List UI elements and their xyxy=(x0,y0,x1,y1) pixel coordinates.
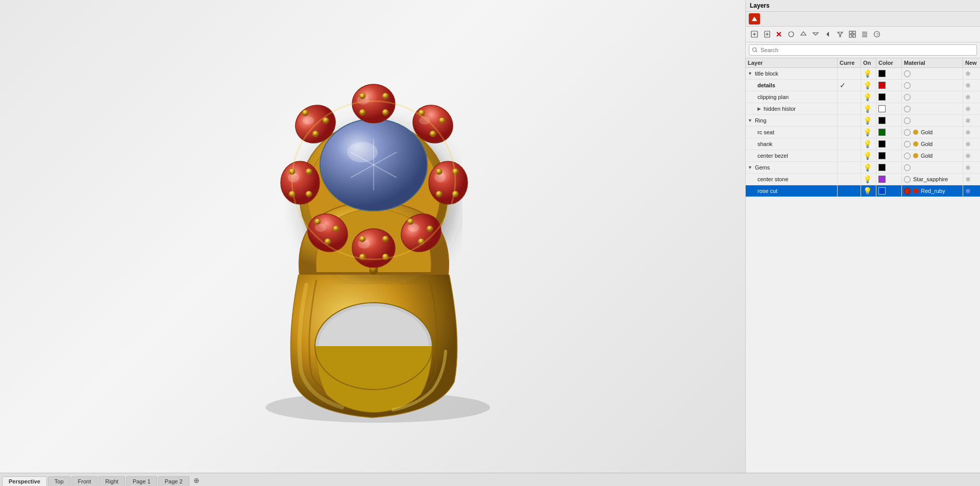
new-snowflake-icon[interactable]: ❄ xyxy=(965,152,971,160)
new-cell[interactable]: ❄ xyxy=(963,162,980,173)
on-cell[interactable]: 💡 xyxy=(861,138,876,150)
current-cell[interactable] xyxy=(838,115,861,126)
material-cell[interactable]: Gold xyxy=(902,138,963,150)
color-cell[interactable] xyxy=(876,91,902,103)
current-cell[interactable]: ✓ xyxy=(838,80,861,91)
delete-button[interactable] xyxy=(773,29,785,40)
layer-name-cell[interactable]: rose cut xyxy=(746,185,838,197)
material-cell[interactable]: Gold xyxy=(902,127,963,138)
new-cell[interactable]: ❄ xyxy=(963,150,980,161)
material-circle[interactable] xyxy=(904,106,911,112)
color-cell[interactable] xyxy=(876,68,902,79)
table-row[interactable]: ▶hidden histor💡❄❄ xyxy=(746,103,980,115)
color-square[interactable] xyxy=(878,129,886,136)
left-arrow-button[interactable] xyxy=(822,29,834,40)
table-row[interactable]: shank💡Gold❄❄ xyxy=(746,138,980,150)
table-row[interactable]: ▼Gems💡❄❄ xyxy=(746,162,980,174)
table-row[interactable]: ▼Ring💡❄❄💡 xyxy=(746,115,980,127)
bulb-icon[interactable]: 💡 xyxy=(863,187,872,195)
color-cell[interactable] xyxy=(876,174,902,185)
material-circle[interactable] xyxy=(904,176,911,183)
viewport-tab-right[interactable]: Right xyxy=(99,476,125,486)
new-snowflake-icon[interactable]: ❄ xyxy=(965,140,971,148)
add-sublayer-button[interactable] xyxy=(761,29,772,40)
layer-name-cell[interactable]: ▼Ring xyxy=(746,115,838,126)
color-square[interactable] xyxy=(878,93,886,101)
help-button[interactable]: ? xyxy=(871,29,883,40)
material-cell[interactable] xyxy=(902,68,963,79)
bulb-icon[interactable]: 💡 xyxy=(863,93,872,101)
on-cell[interactable]: 💡 xyxy=(861,115,876,126)
current-cell[interactable] xyxy=(838,91,861,103)
layer-name-cell[interactable]: ▶hidden histor xyxy=(746,103,838,114)
layer-name-cell[interactable]: details xyxy=(746,80,838,91)
current-cell[interactable] xyxy=(838,138,861,150)
color-square[interactable] xyxy=(878,105,886,112)
search-input[interactable] xyxy=(749,44,977,56)
on-cell[interactable]: 💡 xyxy=(861,127,876,138)
bulb-icon[interactable]: 💡 xyxy=(863,116,872,125)
bulb-icon[interactable]: 💡 xyxy=(863,69,872,78)
new-snowflake-icon[interactable]: ❄ xyxy=(965,187,971,195)
new-cell[interactable]: ❄ xyxy=(963,174,980,185)
new-cell[interactable]: ❄ xyxy=(963,68,980,79)
on-cell[interactable]: 💡 xyxy=(861,91,876,103)
new-cell[interactable]: ❄ xyxy=(963,185,980,197)
color-square[interactable] xyxy=(878,164,886,171)
new-snowflake-icon[interactable]: ❄ xyxy=(965,129,971,136)
new-cell[interactable]: ❄ xyxy=(963,80,980,91)
color-cell[interactable] xyxy=(876,103,902,114)
on-cell[interactable]: 💡 xyxy=(861,185,876,197)
table-row[interactable]: rose cut💡Red_ruby❄❄💡 xyxy=(746,185,980,197)
bulb-icon[interactable]: 💡 xyxy=(863,105,872,113)
bulb-icon[interactable]: 💡 xyxy=(863,163,872,172)
viewport[interactable] xyxy=(0,0,745,473)
on-cell[interactable]: 💡 xyxy=(861,174,876,185)
new-snowflake-icon[interactable]: ❄ xyxy=(965,82,971,89)
new-cell[interactable]: ❄ xyxy=(963,91,980,103)
layer-name-cell[interactable]: clipping plan xyxy=(746,91,838,103)
color-square[interactable] xyxy=(878,187,886,195)
on-cell[interactable]: 💡 xyxy=(861,68,876,79)
color-square[interactable] xyxy=(878,152,886,159)
material-cell[interactable]: Red_ruby xyxy=(902,185,963,197)
viewport-tab-front[interactable]: Front xyxy=(71,476,98,486)
new-snowflake-icon[interactable]: ❄ xyxy=(965,117,971,125)
current-cell[interactable] xyxy=(838,174,861,185)
material-cell[interactable] xyxy=(902,103,963,114)
move-down-button[interactable] xyxy=(798,29,809,40)
table-row[interactable]: center stone💡Star_sapphire❄❄ xyxy=(746,174,980,185)
layer-name-cell[interactable]: ▼title block xyxy=(746,68,838,79)
material-cell[interactable]: Star_sapphire xyxy=(902,174,963,185)
viewport-tab-top[interactable]: Top xyxy=(48,476,70,486)
expand-arrow-icon[interactable]: ▼ xyxy=(748,71,752,76)
material-cell[interactable]: Gold xyxy=(902,150,963,161)
new-snowflake-icon[interactable]: ❄ xyxy=(965,105,971,113)
new-snowflake-icon[interactable]: ❄ xyxy=(965,164,971,172)
expand-arrow-icon[interactable]: ▼ xyxy=(748,118,752,123)
add-tab-button[interactable]: ⊕ xyxy=(190,475,203,485)
expand-arrow-icon[interactable]: ▼ xyxy=(748,165,752,170)
on-cell[interactable]: 💡 xyxy=(861,162,876,173)
new-cell[interactable]: ❄ xyxy=(963,103,980,114)
color-cell[interactable] xyxy=(876,185,902,197)
new-snowflake-icon[interactable]: ❄ xyxy=(965,176,971,183)
bulb-icon[interactable]: 💡 xyxy=(863,128,872,136)
layer-name-cell[interactable]: center bezel xyxy=(746,150,838,161)
sub-arrow-icon[interactable]: ▶ xyxy=(757,106,761,111)
bulb-icon[interactable]: 💡 xyxy=(863,152,872,160)
filter-button[interactable] xyxy=(835,29,846,40)
viewport-tab-page-1[interactable]: Page 1 xyxy=(126,476,157,486)
color-square[interactable] xyxy=(878,140,886,148)
move-up-button[interactable] xyxy=(786,29,797,40)
material-circle[interactable] xyxy=(904,153,911,159)
material-cell[interactable] xyxy=(902,91,963,103)
current-cell[interactable] xyxy=(838,68,861,79)
table-row[interactable]: center bezel💡Gold❄❄ xyxy=(746,150,980,162)
color-cell[interactable] xyxy=(876,138,902,150)
layer-name-cell[interactable]: ▼Gems xyxy=(746,162,838,173)
on-cell[interactable]: 💡 xyxy=(861,150,876,161)
table-row[interactable]: ▼title block💡❄❄💡 xyxy=(746,68,980,80)
new-cell[interactable]: ❄ xyxy=(963,138,980,150)
color-square[interactable] xyxy=(878,70,886,77)
